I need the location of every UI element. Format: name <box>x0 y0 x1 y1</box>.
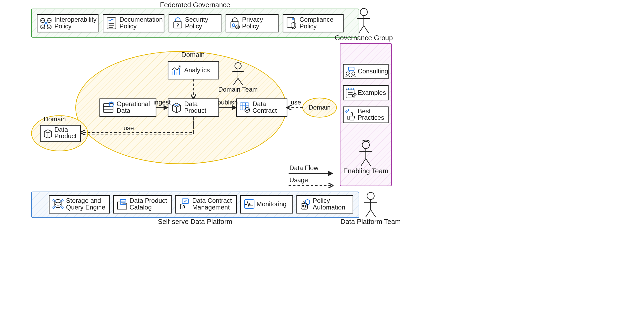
svg-text:Contract: Contract <box>253 107 277 114</box>
policy-interoperability: Interoperability Policy <box>37 14 98 32</box>
svg-text:Data Product: Data Product <box>129 197 167 204</box>
platform-title: Self-serve Data Platform <box>158 218 232 225</box>
governance-title: Federated Governance <box>160 1 230 9</box>
svg-text:Management: Management <box>192 204 230 211</box>
svg-line-43 <box>359 26 364 33</box>
domain-group: Domain Analytics Operational Data Data P… <box>76 51 287 164</box>
svg-text:Storage and: Storage and <box>66 197 101 204</box>
diagram-canvas: Federated Governance Interoperability Po… <box>0 0 644 322</box>
svg-text:Practices: Practices <box>358 114 384 121</box>
svg-text:Product: Product <box>54 132 77 140</box>
svg-text:Policy: Policy <box>299 23 317 30</box>
svg-text:Policy: Policy <box>185 23 202 30</box>
legend: Data Flow Usage <box>289 164 333 185</box>
svg-text:Data Contract: Data Contract <box>192 197 232 204</box>
enabling-best-practices: Best Practices <box>343 107 388 123</box>
data-product-node: Data Product <box>168 99 219 117</box>
svg-text:Compliance: Compliance <box>299 16 334 23</box>
domain-label: Domain <box>181 51 205 58</box>
svg-point-141 <box>367 192 374 200</box>
platform-zone: Self-serve Data Platform Storage and Que… <box>31 192 359 225</box>
other-domain-left: Domain Data Product <box>31 115 88 151</box>
svg-line-144 <box>366 209 371 217</box>
svg-text:Consulting: Consulting <box>358 68 388 75</box>
svg-text:Query Engine: Query Engine <box>66 204 105 211</box>
service-policy-auto: Policy Automation <box>297 196 353 213</box>
svg-text:Analytics: Analytics <box>184 66 210 74</box>
svg-text:Data: Data <box>54 126 68 133</box>
svg-text:Data: Data <box>253 100 266 107</box>
svg-text:Policy: Policy <box>313 197 330 204</box>
service-catalog: Data Product Catalog <box>113 196 171 213</box>
svg-point-40 <box>360 8 367 16</box>
svg-text:Product: Product <box>184 107 206 114</box>
svg-text:Interoperability: Interoperability <box>54 16 97 23</box>
svg-text:Policy: Policy <box>242 23 259 30</box>
svg-text:publish: publish <box>217 99 238 106</box>
enabling-zone: Consulting Examples Best Practices Enabl… <box>340 43 391 186</box>
analytics-node: Analytics <box>168 61 219 79</box>
svg-text:Operational: Operational <box>117 100 150 107</box>
svg-text:Domain: Domain <box>44 115 66 123</box>
svg-text:Privacy: Privacy <box>242 16 263 23</box>
svg-line-44 <box>364 26 369 33</box>
svg-text:Documentation: Documentation <box>120 16 163 23</box>
svg-text:Policy: Policy <box>54 23 72 30</box>
svg-text:use: use <box>124 124 134 132</box>
svg-text:Data Flow: Data Flow <box>290 164 319 171</box>
svg-text:Security: Security <box>185 16 208 23</box>
svg-line-145 <box>371 209 375 217</box>
governance-zone: Federated Governance Interoperability Po… <box>31 1 359 37</box>
svg-text:Best: Best <box>358 107 371 115</box>
svg-text:Data: Data <box>117 107 130 114</box>
svg-text:Domain: Domain <box>309 104 331 111</box>
svg-text:Catalog: Catalog <box>129 204 152 211</box>
svg-text:Automation: Automation <box>313 204 345 211</box>
policy-privacy: Privacy Policy <box>226 14 278 32</box>
svg-text:Data: Data <box>184 100 198 107</box>
svg-text:Usage: Usage <box>290 176 308 184</box>
policy-compliance: Compliance Policy <box>283 14 343 32</box>
operational-data-node: Operational Data <box>100 99 156 117</box>
service-contract-mgmt: Data Contract Management <box>175 196 236 213</box>
platform-actor <box>364 192 377 217</box>
enabling-consulting: Consulting <box>343 64 388 79</box>
governance-actor <box>357 8 370 33</box>
svg-text:use: use <box>291 99 301 106</box>
domain-actor-label: Domain Team <box>218 86 258 93</box>
svg-text:ingest: ingest <box>154 99 171 106</box>
svg-text:Examples: Examples <box>358 89 386 96</box>
policy-documentation: Documentation Policy <box>103 14 164 32</box>
policy-security: Security Policy <box>169 14 221 32</box>
svg-text:Monitoring: Monitoring <box>257 200 287 208</box>
svg-text:Policy: Policy <box>120 23 137 30</box>
service-storage: Storage and Query Engine <box>49 196 109 213</box>
platform-actor-label: Data Platform Team <box>340 218 401 225</box>
enabling-examples: Examples <box>343 85 388 100</box>
governance-actor-label: Governance Group <box>335 34 393 42</box>
enabling-actor-label: Enabling Team <box>343 167 388 175</box>
other-domain-right: Domain <box>303 98 336 117</box>
service-monitoring: Monitoring <box>240 196 293 213</box>
data-contract-node: Data Contract <box>236 99 287 117</box>
